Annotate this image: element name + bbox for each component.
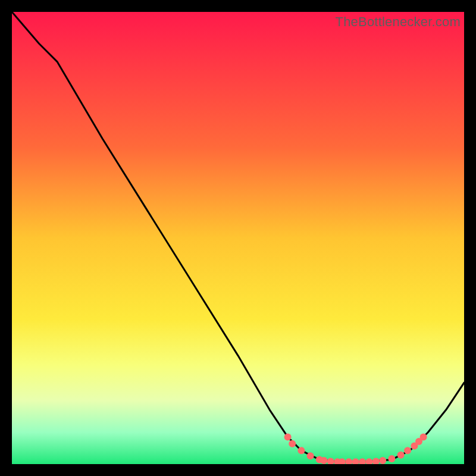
- data-marker: [404, 447, 411, 454]
- watermark-text: TheBottlenecker.com: [336, 14, 461, 30]
- data-marker: [307, 452, 314, 459]
- data-marker: [379, 457, 386, 464]
- chart-svg: [12, 12, 464, 464]
- data-marker: [284, 433, 292, 440]
- data-marker: [388, 455, 395, 462]
- data-marker: [289, 440, 296, 447]
- data-marker: [397, 452, 405, 459]
- data-marker: [298, 447, 305, 454]
- data-marker: [320, 457, 327, 464]
- chart-frame: TheBottlenecker.com: [12, 12, 464, 464]
- chart-background: [12, 12, 464, 464]
- data-marker: [420, 433, 427, 440]
